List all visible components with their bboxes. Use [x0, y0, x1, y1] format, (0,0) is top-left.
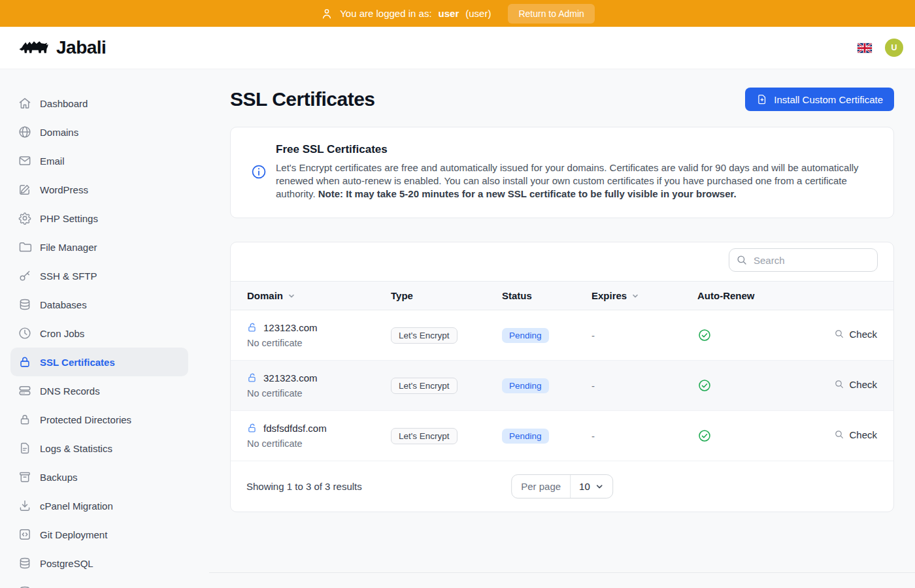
info-note-text: Note: It may take 5-20 minutes for a new…	[318, 188, 737, 199]
status-badge: Pending	[502, 328, 549, 343]
sidebar-item-dns-records[interactable]: DNS Records	[10, 376, 188, 405]
sidebar-item-ssh-sftp[interactable]: SSH & SFTP	[10, 261, 188, 290]
expires-value: -	[591, 411, 697, 461]
sidebar-item-label: PHP Settings	[40, 213, 98, 224]
status-badge: Pending	[502, 378, 549, 393]
domain-name[interactable]: fdsfsdfdsf.com	[263, 423, 327, 434]
impersonation-banner: You are logged in as: user (user) Return…	[0, 0, 915, 27]
column-header-expires[interactable]: Expires	[591, 290, 639, 301]
sidebar-item-wordpress[interactable]: WordPress	[10, 175, 188, 204]
certificates-table: Domain Type Status Expires	[231, 281, 893, 461]
boar-logo-icon	[18, 37, 50, 58]
unlocked-padlock-icon	[247, 322, 258, 333]
server-icon	[18, 384, 32, 398]
type-badge: Let's Encrypt	[391, 428, 458, 444]
sidebar-item-php-settings[interactable]: PHP Settings	[10, 204, 188, 233]
table-row: 123123.com No certificate Let's Encrypt …	[231, 310, 893, 361]
page-title: SSL Certificates	[230, 88, 375, 110]
sidebar-item-backups[interactable]: Backups	[10, 463, 188, 491]
unlocked-padlock-icon	[247, 372, 258, 384]
banner-role: (user)	[465, 8, 491, 19]
gear-icon	[18, 211, 32, 225]
unlocked-padlock-icon	[247, 423, 258, 434]
sidebar-item-label: Email	[40, 155, 65, 167]
sidebar-item-cron-jobs[interactable]: Cron Jobs	[10, 319, 188, 348]
sidebar-item-domains[interactable]: Domains	[10, 118, 188, 146]
auto-renew-enabled-icon[interactable]	[697, 378, 822, 393]
chevron-down-icon	[595, 482, 604, 491]
sidebar-item-dashboard[interactable]: Dashboard	[10, 89, 188, 118]
sidebar-item-label: Cron Jobs	[40, 328, 84, 339]
auto-renew-enabled-icon[interactable]	[697, 429, 822, 443]
per-page-select[interactable]: Per page 10	[511, 474, 613, 498]
domain-name[interactable]: 321323.com	[263, 372, 318, 384]
sidebar-item-file-manager[interactable]: File Manager	[10, 233, 188, 261]
brand-logo[interactable]: Jabali	[18, 37, 106, 58]
sidebar-item-protected-directories[interactable]: Protected Directories	[10, 405, 188, 434]
status-badge: Pending	[502, 429, 549, 444]
certificates-table-card: Domain Type Status Expires	[230, 242, 894, 512]
free-ssl-info-card: Free SSL Certificates Let's Encrypt cert…	[230, 127, 894, 218]
banner-username: user	[439, 8, 459, 19]
user-avatar[interactable]: U	[885, 39, 903, 57]
expires-value: -	[591, 361, 697, 411]
sort-chevron-icon	[288, 292, 295, 300]
magnifier-icon	[834, 379, 844, 389]
code-bracket-icon	[18, 527, 32, 542]
results-summary: Showing 1 to 3 of 3 results	[246, 481, 362, 492]
search-icon	[736, 254, 748, 266]
return-to-admin-button[interactable]: Return to Admin	[508, 4, 594, 24]
check-button[interactable]: Check	[834, 379, 877, 390]
sidebar-item-partial[interactable]	[10, 578, 188, 588]
language-flag-icon[interactable]	[857, 43, 872, 53]
info-body: Let's Encrypt certificates are free and …	[276, 161, 874, 201]
magnifier-icon	[834, 429, 844, 440]
domain-name[interactable]: 123123.com	[263, 322, 318, 333]
info-title: Free SSL Certificates	[276, 143, 874, 156]
document-icon	[18, 441, 32, 455]
app-header: Jabali U	[0, 27, 915, 69]
document-plus-icon	[756, 93, 768, 105]
sidebar-item-label: SSL Certificates	[40, 357, 115, 368]
sidebar-item-ssl-certificates[interactable]: SSL Certificates	[10, 348, 188, 376]
certificate-subtitle: No certificate	[247, 388, 391, 399]
install-custom-certificate-button[interactable]: Install Custom Certificate	[745, 88, 894, 111]
search-box	[729, 248, 878, 272]
sidebar-item-label: SSH & SFTP	[40, 270, 97, 282]
sidebar-item-logs-statistics[interactable]: Logs & Statistics	[10, 434, 188, 463]
auto-renew-enabled-icon[interactable]	[697, 328, 822, 342]
clock-icon	[18, 326, 32, 340]
person-icon	[320, 7, 333, 20]
install-button-label: Install Custom Certificate	[774, 94, 883, 105]
type-badge: Let's Encrypt	[391, 378, 458, 394]
sidebar-item-git-deployment[interactable]: Git Deployment	[10, 520, 188, 549]
sidebar-item-label: Git Deployment	[40, 529, 107, 540]
sidebar: Dashboard Domains Email WordPress PHP Se…	[0, 69, 209, 588]
sidebar-item-email[interactable]: Email	[10, 146, 188, 175]
column-header-domain[interactable]: Domain	[247, 290, 295, 301]
database-icon	[18, 585, 32, 588]
sidebar-item-label: Protected Directories	[40, 414, 131, 425]
column-header-type: Type	[391, 290, 413, 301]
search-input[interactable]	[729, 248, 878, 272]
sidebar-item-label: Dashboard	[40, 98, 88, 109]
column-header-auto-renew: Auto-Renew	[697, 290, 755, 301]
column-header-status: Status	[502, 290, 532, 301]
check-button[interactable]: Check	[834, 329, 877, 340]
magnifier-icon	[834, 329, 844, 339]
info-icon	[250, 163, 267, 180]
sidebar-item-label: Databases	[40, 299, 87, 310]
check-button[interactable]: Check	[834, 429, 877, 440]
per-page-value: 10	[579, 481, 590, 492]
globe-icon	[18, 125, 32, 139]
sidebar-item-databases[interactable]: Databases	[10, 290, 188, 319]
sidebar-item-postgresql[interactable]: PostgreSQL	[10, 549, 188, 578]
sidebar-item-label: DNS Records	[40, 385, 100, 397]
type-badge: Let's Encrypt	[391, 327, 458, 344]
page-footer: Jabali Panel GitHub © 2026 Jabali v0.9-r…	[209, 572, 915, 588]
brand-name: Jabali	[56, 37, 106, 58]
sidebar-item-cpanel-migration[interactable]: cPanel Migration	[10, 491, 188, 520]
key-icon	[18, 269, 32, 283]
download-icon	[18, 498, 32, 513]
database-icon	[18, 556, 32, 570]
